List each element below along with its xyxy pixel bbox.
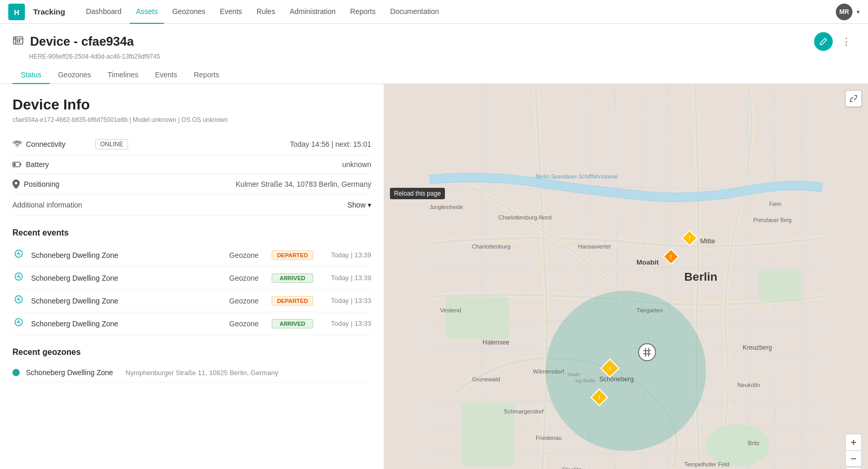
reload-tooltip: Reload this page — [390, 188, 445, 199]
svg-text:!: ! — [609, 365, 611, 373]
event-icon-1 — [12, 272, 25, 284]
event-icon-2 — [12, 295, 25, 307]
svg-text:!: ! — [670, 254, 671, 260]
event-status-3: ARRIVED — [272, 319, 313, 328]
event-time-2: Today | 13:33 — [319, 297, 371, 305]
connectivity-text: Connectivity — [26, 140, 65, 148]
event-row: Schoneberg Dwelling Zone Geozone ARRIVED… — [12, 312, 371, 335]
svg-rect-18 — [445, 296, 509, 339]
nav-item-dashboard[interactable]: Dashboard — [80, 0, 128, 24]
svg-text:Vestend: Vestend — [440, 307, 461, 313]
nav-item-reports[interactable]: Reports — [344, 0, 382, 24]
tabs: Status Geozones Timelines Events Reports — [12, 66, 856, 84]
event-status-1: ARRIVED — [272, 273, 313, 283]
event-name-0: Schoneberg Dwelling Zone — [31, 251, 223, 259]
zoom-out-button[interactable]: − — [845, 450, 862, 467]
tab-reports[interactable]: Reports — [186, 66, 228, 84]
tab-status[interactable]: Status — [12, 66, 50, 84]
svg-text:Schöneberg: Schöneberg — [599, 376, 634, 383]
svg-text:Steglitz: Steglitz — [562, 466, 581, 469]
event-type-0: Geozone — [229, 251, 265, 259]
recent-geozones-section: Recent geozones Schoneberg Dwelling Zone… — [12, 348, 371, 382]
recent-events-section: Recent events Schoneberg Dwelling Zone G… — [12, 228, 371, 335]
online-badge: ONLINE — [95, 139, 128, 149]
event-type-2: Geozone — [229, 297, 265, 305]
geozone-row: Schoneberg Dwelling Zone Nymphenburger S… — [12, 363, 371, 382]
svg-text:Grunewald: Grunewald — [472, 376, 500, 382]
map-svg: Charlottenburg-Nord Charlottenburg Hansa… — [384, 84, 868, 469]
recent-geozones-title: Recent geozones — [12, 348, 371, 357]
nav-brand: Tracking — [33, 7, 65, 16]
page-title: Device - cfae934a — [30, 34, 134, 49]
event-icon-3 — [12, 318, 25, 329]
svg-text:Tiergarten: Tiergarten — [636, 307, 663, 313]
user-menu-chevron[interactable]: ▾ — [857, 8, 860, 16]
svg-point-21 — [546, 291, 705, 450]
geozone-dot — [12, 369, 20, 376]
nav-item-events[interactable]: Events — [214, 0, 248, 24]
svg-text:Stadtr: Stadtr — [567, 372, 580, 377]
svg-point-58 — [639, 344, 656, 361]
svg-rect-5 — [17, 40, 18, 41]
svg-rect-7 — [17, 42, 18, 43]
svg-text:Schmargendorf: Schmargendorf — [504, 408, 544, 415]
map-layer-button[interactable] — [845, 467, 862, 469]
tab-timelines[interactable]: Timelines — [100, 66, 147, 84]
svg-rect-8 — [19, 42, 20, 43]
positioning-value: Kulmer Straße 34, 10783 Berlin, Germany — [95, 180, 371, 188]
positioning-label: Positioning — [12, 180, 95, 189]
navbar: H Tracking Dashboard Assets Geozones Eve… — [0, 0, 868, 24]
event-name-2: Schoneberg Dwelling Zone — [31, 297, 223, 305]
event-status-0: DEPARTED — [272, 251, 313, 260]
edit-button[interactable] — [814, 32, 833, 51]
event-status-2: DEPARTED — [272, 296, 313, 306]
positioning-text: Positioning — [24, 180, 60, 188]
event-type-1: Geozone — [229, 274, 265, 282]
event-row: Schoneberg Dwelling Zone Geozone DEPARTE… — [12, 289, 371, 312]
user-avatar[interactable]: MR — [836, 4, 852, 20]
nav-item-rules[interactable]: Rules — [250, 0, 282, 24]
location-icon — [12, 180, 20, 189]
event-name-3: Schoneberg Dwelling Zone — [31, 320, 223, 328]
nav-item-administration[interactable]: Administration — [284, 0, 342, 24]
connectivity-label: Connectivity — [12, 140, 95, 148]
svg-text:Jungfernheide: Jungfernheide — [429, 204, 463, 210]
left-panel: Device Info cfae934a-e172-4662-b835-bf6d… — [0, 84, 384, 469]
tab-geozones[interactable]: Geozones — [50, 66, 100, 84]
nav-item-documentation[interactable]: Documentation — [384, 0, 445, 24]
geozone-address-0: Nymphenburger Straße 11, 10825 Berlin, G… — [125, 369, 371, 377]
svg-text:Berlin-Spandauer-Schifffahrtsk: Berlin-Spandauer-Schifffahrtskanal — [536, 174, 618, 180]
battery-row: Battery unknown — [12, 155, 371, 174]
logo[interactable]: H — [8, 4, 25, 20]
svg-text:!: ! — [689, 236, 690, 241]
map-zoom-controls: + − — [845, 434, 862, 467]
tab-events[interactable]: Events — [147, 66, 186, 84]
svg-rect-6 — [19, 40, 20, 41]
show-additional-button[interactable]: Show ▾ — [347, 201, 371, 209]
positioning-row: Positioning Kulmer Straße 34, 10783 Berl… — [12, 174, 371, 195]
svg-text:Tempelhofer Feld: Tempelhofer Feld — [684, 461, 730, 467]
svg-text:Friedenau: Friedenau — [536, 435, 562, 441]
map-expand-button[interactable] — [845, 90, 862, 107]
battery-value: unknown — [95, 160, 371, 169]
svg-text:Kreuzberg: Kreuzberg — [743, 344, 772, 351]
svg-text:H: H — [14, 8, 19, 17]
device-info-title: Device Info — [12, 96, 371, 113]
wifi-icon — [12, 141, 22, 148]
svg-text:Moabit: Moabit — [636, 258, 659, 266]
svg-text:Hansaviertel: Hansaviertel — [578, 243, 611, 250]
event-row: Schoneberg Dwelling Zone Geozone ARRIVED… — [12, 267, 371, 289]
svg-rect-10 — [13, 163, 16, 166]
zoom-in-button[interactable]: + — [845, 434, 862, 450]
nav-item-assets[interactable]: Assets — [130, 0, 164, 24]
page-header: Device - cfae934a ⋮ HERE-906eff26-2504-4… — [0, 24, 868, 84]
nav-item-geozones[interactable]: Geozones — [166, 0, 212, 24]
svg-text:!: ! — [598, 395, 600, 401]
more-actions-button[interactable]: ⋮ — [837, 32, 856, 51]
battery-label: Battery — [12, 160, 95, 169]
svg-text:ing Berlin: ing Berlin — [576, 378, 595, 383]
event-row: Schoneberg Dwelling Zone Geozone DEPARTE… — [12, 244, 371, 267]
device-info-subtitle: cfae934a-e172-4662-b835-bf6d75001e8b | M… — [12, 116, 371, 123]
additional-info-row: Additional information Show ▾ — [12, 195, 371, 216]
event-time-3: Today | 13:33 — [319, 320, 371, 327]
